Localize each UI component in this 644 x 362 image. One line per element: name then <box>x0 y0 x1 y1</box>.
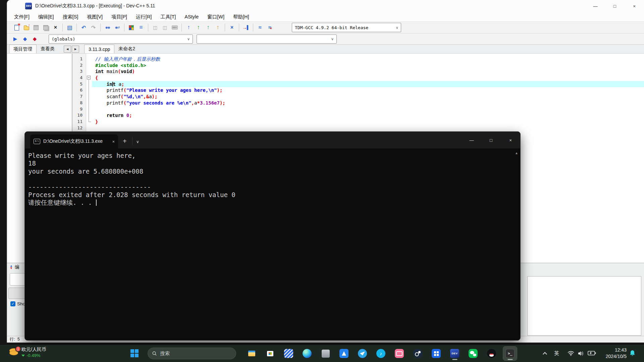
code-line[interactable] <box>92 106 644 113</box>
taskbar-design-app[interactable] <box>282 347 296 360</box>
start-button[interactable] <box>130 349 139 358</box>
weather-finance-widget[interactable]: 1 欧元/人民币 -0.49% <box>9 346 46 358</box>
trend-down-icon <box>21 355 25 357</box>
menu-item[interactable]: 编辑[E] <box>34 12 58 21</box>
menu-item[interactable]: 视图[V] <box>83 12 107 21</box>
terminal-output[interactable]: Please write your ages here,18your secon… <box>25 148 520 207</box>
check-file-button[interactable] <box>20 35 30 44</box>
terminal-close-button[interactable]: × <box>501 132 520 148</box>
taskbar-cloud-app[interactable] <box>337 347 351 360</box>
tab-dropdown-chevron-icon[interactable]: ∨ <box>136 139 139 144</box>
wifi-icon[interactable] <box>568 351 574 356</box>
code-line[interactable]: int main(void) <box>92 68 644 75</box>
taskbar-bilibili[interactable] <box>392 347 406 360</box>
syntax-check-button[interactable] <box>227 23 236 32</box>
menu-item[interactable]: 帮助[H] <box>229 12 254 21</box>
battery-charging-icon[interactable] <box>588 351 596 356</box>
code-line[interactable]: #include <stdio.h> <box>92 62 644 69</box>
taskbar-windows-terminal[interactable] <box>503 347 517 360</box>
compile-button[interactable] <box>184 23 193 32</box>
taskbar-music-app[interactable] <box>374 347 388 360</box>
program-reset-button[interactable] <box>241 23 251 32</box>
tab-scroll-right-button[interactable]: ▶ <box>72 46 79 53</box>
dev-badge-button[interactable] <box>170 23 179 32</box>
ide-maximize-button[interactable]: □ <box>605 0 625 12</box>
member-a-button[interactable] <box>151 23 160 32</box>
compile-run-button[interactable] <box>204 23 213 32</box>
member-b-button[interactable] <box>160 23 169 32</box>
fold-collapse-icon[interactable]: − <box>87 76 91 79</box>
tray-expand-chevron-icon[interactable] <box>543 352 547 356</box>
code-line[interactable]: // 输入用户年龄，后显示秒数 <box>92 56 644 62</box>
compile-log-tab-label[interactable]: 编 <box>15 264 19 270</box>
tab-close-icon[interactable]: × <box>112 139 115 144</box>
palette-button[interactable] <box>127 23 136 32</box>
taskbar-telegram[interactable] <box>356 347 369 360</box>
code-line[interactable]: printf("Please write your ages here,\n")… <box>92 87 644 94</box>
editor-tab[interactable]: 3.11.3.cpp <box>84 45 114 53</box>
compile-current-button[interactable] <box>30 35 39 44</box>
redo-button[interactable] <box>89 23 98 32</box>
code-line[interactable]: } <box>92 119 644 125</box>
menu-item[interactable]: AStyle <box>180 12 203 21</box>
menu-item[interactable]: 项目[P] <box>107 12 131 21</box>
checkbox-checked-icon[interactable]: ✓ <box>10 301 15 306</box>
new-tab-button[interactable]: + <box>123 137 127 145</box>
rebuild-button[interactable] <box>213 23 222 32</box>
panel-tab[interactable]: 查看类 <box>37 45 59 53</box>
ide-close-button[interactable]: × <box>625 0 644 12</box>
save-button[interactable] <box>32 23 41 32</box>
replace-button[interactable] <box>113 23 122 32</box>
ide-minimize-button[interactable]: — <box>586 0 605 12</box>
editor-tab[interactable]: 未命名2 <box>114 45 139 53</box>
close-file-button[interactable] <box>51 23 60 32</box>
run-button[interactable] <box>194 23 203 32</box>
code-line[interactable]: scanf("%d,\n",&a); <box>92 94 644 100</box>
taskbar-qq[interactable] <box>485 347 498 360</box>
undo-button[interactable] <box>79 23 88 32</box>
taskbar-steam[interactable] <box>411 347 425 360</box>
goto-list-button[interactable] <box>137 23 146 32</box>
terminal-tab[interactable]: D:\OneDrive\文档\3.11.3.exe × <box>30 134 118 148</box>
find-button[interactable] <box>103 23 112 32</box>
scope-select[interactable]: (globals) ∨ <box>49 35 193 44</box>
print-button[interactable] <box>65 23 74 32</box>
code-line[interactable]: { <box>92 75 644 81</box>
taskbar-wechat[interactable] <box>466 347 480 360</box>
taskbar-microsoft-store[interactable] <box>263 347 277 360</box>
save-all-button[interactable] <box>41 23 50 32</box>
code-line[interactable]: int a; <box>92 81 644 87</box>
terminal-minimize-button[interactable]: — <box>462 132 481 148</box>
taskbar-dev-cpp[interactable] <box>448 347 462 360</box>
menu-item[interactable]: 文件[F] <box>10 12 34 21</box>
notification-bell-icon[interactable] <box>629 350 636 358</box>
menu-item[interactable]: 搜索[S] <box>58 12 83 21</box>
member-select[interactable]: ∨ <box>197 35 337 44</box>
open-button[interactable] <box>22 23 31 32</box>
scrollbar-up-icon[interactable]: ▲ <box>515 151 518 155</box>
search-box[interactable]: 搜索 <box>148 348 236 359</box>
menu-item[interactable]: 工具[T] <box>156 12 180 21</box>
compiler-select[interactable]: TDM-GCC 4.9.2 64-bit Release ∨ <box>292 23 401 32</box>
taskbar-system-app[interactable] <box>319 347 332 360</box>
tab-scroll-left-button[interactable]: ◀ <box>64 46 71 53</box>
clock[interactable]: 12:43 2024/10/5 <box>600 347 627 360</box>
code-line[interactable]: printf("your seconds are %e\n",a*3.156e7… <box>92 100 644 106</box>
menu-item[interactable]: 运行[R] <box>131 12 156 21</box>
ime-indicator[interactable]: 英 <box>554 350 559 357</box>
panel-tab[interactable]: 项目管理 <box>9 45 37 53</box>
menu-item[interactable]: 窗口[W] <box>203 12 229 21</box>
profile-button[interactable] <box>256 23 265 32</box>
terminal-maximize-button[interactable]: □ <box>481 132 501 148</box>
code-line[interactable] <box>92 125 644 131</box>
profile-delete-button[interactable] <box>265 23 274 32</box>
taskbar-edge[interactable] <box>300 347 314 360</box>
speaker-icon[interactable] <box>578 351 584 356</box>
terminal-titlebar[interactable]: D:\OneDrive\文档\3.11.3.exe × + ∨ — □ × <box>25 132 520 148</box>
show-option-row[interactable]: ✓ Sho <box>10 301 25 306</box>
new-file-button[interactable] <box>12 23 21 32</box>
code-line[interactable]: return 0; <box>92 112 644 119</box>
taskbar-office-app[interactable] <box>429 347 443 360</box>
debug-run-button[interactable] <box>11 35 20 44</box>
taskbar-file-explorer[interactable] <box>245 347 259 360</box>
